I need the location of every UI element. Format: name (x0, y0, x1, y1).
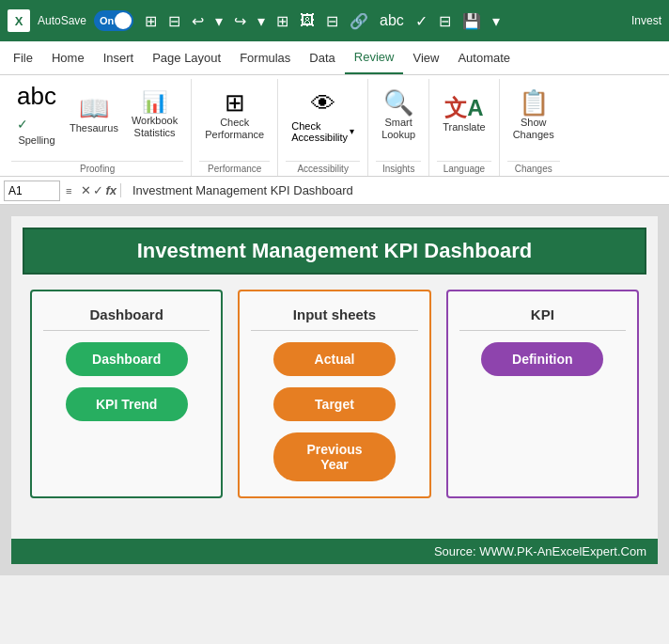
checkmark-icon[interactable]: ✓ (412, 10, 431, 32)
menu-page-layout[interactable]: Page Layout (143, 41, 230, 74)
smart-lookup-label: SmartLookup (381, 117, 415, 141)
check-performance-button[interactable]: ⊞ CheckPerformance (199, 83, 270, 149)
panels-container: Dashboard Dashboard KPI Trend Input shee… (23, 290, 646, 498)
insights-items: 🔍 SmartLookup (376, 83, 421, 161)
show-changes-icon: 📋 (519, 90, 549, 115)
ribbon-group-accessibility: 👁 CheckAccessibility ▾ Accessibility (278, 79, 368, 176)
proofing-group-label: Proofing (11, 161, 183, 174)
workbook-stats-label: WorkbookStatistics (132, 115, 178, 139)
proofing-items: abc✓ Spelling 📖 Thesaurus 📊 WorkbookStat… (11, 83, 183, 161)
language-group-label: Language (437, 161, 490, 174)
translate-icon: 文A (444, 97, 483, 119)
accessibility-dropdown-arrow[interactable]: ▾ (350, 126, 354, 136)
menu-automate[interactable]: Automate (448, 41, 520, 74)
source-text: Source: WWW.PK-AnExcelExpert.Com (434, 544, 646, 558)
spelling-button[interactable]: abc✓ Spelling (11, 83, 62, 149)
dashboard-button[interactable]: Dashboard (66, 342, 188, 376)
accessibility-items: 👁 CheckAccessibility ▾ (286, 83, 360, 161)
show-changes-label: ShowChanges (513, 117, 554, 141)
spelling-label: Spelling (18, 134, 54, 147)
autosave-label: AutoSave (38, 14, 86, 27)
spreadsheet-body: Investment Management KPI Dashboard Dash… (0, 205, 669, 575)
excel-logo: X (8, 9, 30, 32)
ribbon-group-language: 文A Translate Language (429, 79, 499, 176)
undo-button[interactable]: ↩ (188, 10, 208, 32)
thesaurus-label: Thesaurus (70, 122, 118, 134)
workbook-stats-icon: 📊 (142, 92, 167, 113)
toggle-knob (115, 12, 132, 29)
cancel-formula-icon[interactable]: ✕ (81, 183, 91, 197)
workbook-stats-button[interactable]: 📊 WorkbookStatistics (126, 83, 183, 149)
autosave-toggle[interactable]: On (94, 10, 133, 31)
formula-bar: A1 ≡ ✕ ✓ fx Investment Management KPI Da… (0, 177, 669, 205)
menu-view[interactable]: View (403, 41, 448, 74)
columns-icon[interactable]: ⊟ (435, 10, 455, 32)
ribbon-group-proofing: abc✓ Spelling 📖 Thesaurus 📊 WorkbookStat… (4, 79, 192, 176)
picture-icon[interactable]: 🖼 (296, 10, 319, 31)
check-performance-icon: ⊞ (225, 90, 245, 115)
spelling-icon: abc✓ (17, 84, 56, 133)
smart-lookup-button[interactable]: 🔍 SmartLookup (376, 83, 421, 149)
confirm-formula-icon[interactable]: ✓ (93, 183, 103, 197)
menu-formulas[interactable]: Formulas (230, 41, 300, 74)
more-icon[interactable]: ▾ (489, 10, 504, 32)
menu-insert[interactable]: Insert (94, 41, 144, 74)
dashboard-panel: Dashboard Dashboard KPI Trend (30, 290, 223, 498)
kpi-panel-title: KPI (459, 306, 626, 331)
thesaurus-icon: 📖 (79, 96, 109, 120)
check-performance-label: CheckPerformance (205, 117, 264, 141)
input-sheets-panel: Input sheets Actual Target Previous Year (238, 290, 430, 498)
target-button[interactable]: Target (273, 387, 396, 421)
cell-options-icon[interactable]: ≡ (64, 185, 73, 196)
menu-home[interactable]: Home (42, 41, 94, 74)
grid-icon[interactable]: ⊞ (141, 10, 161, 32)
title-bar-title: Invest (631, 14, 661, 27)
ribbon-group-performance: ⊞ CheckPerformance Performance (192, 79, 278, 176)
inner-content: Investment Management KPI Dashboard Dash… (11, 216, 658, 564)
performance-items: ⊞ CheckPerformance (199, 83, 270, 161)
kpi-trend-button[interactable]: KPI Trend (66, 387, 188, 421)
redo-button[interactable]: ↪ (230, 10, 250, 32)
dashboard-title: Investment Management KPI Dashboard (137, 239, 533, 262)
menu-review[interactable]: Review (345, 41, 404, 74)
dashboard-panel-title: Dashboard (43, 306, 210, 331)
show-changes-button[interactable]: 📋 ShowChanges (507, 83, 560, 149)
changes-group-label: Changes (507, 161, 560, 174)
actual-button[interactable]: Actual (273, 342, 396, 376)
input-sheets-panel-title: Input sheets (251, 306, 417, 331)
insights-group-label: Insights (376, 161, 421, 174)
formula-function-icons: ✕ ✓ fx (77, 183, 121, 197)
insert-function-icon[interactable]: fx (105, 183, 117, 197)
thesaurus-button[interactable]: 📖 Thesaurus (64, 83, 124, 149)
changes-items: 📋 ShowChanges (507, 83, 560, 161)
source-bar: Source: WWW.PK-AnExcelExpert.Com (11, 539, 658, 564)
toolbar-icons: ⊞ ⊟ ↩ ▾ ↪ ▾ ⊞ 🖼 ⊟ 🔗 abc ✓ ⊟ 💾 ▾ (141, 10, 504, 32)
smart-lookup-icon: 🔍 (383, 90, 413, 115)
chain-icon[interactable]: 🔗 (346, 10, 372, 32)
check-accessibility-button[interactable]: 👁 CheckAccessibility ▾ (286, 83, 360, 149)
check-accessibility-icon: 👁 (311, 89, 335, 118)
previous-year-button[interactable]: Previous Year (273, 432, 396, 481)
ribbon-group-insights: 🔍 SmartLookup Insights (368, 79, 429, 176)
language-items: 文A Translate (437, 83, 490, 161)
cell-reference-box[interactable]: A1 (4, 181, 60, 201)
menu-data[interactable]: Data (300, 41, 344, 74)
filter-icon[interactable]: ⊟ (322, 10, 342, 32)
translate-label: Translate (443, 121, 485, 134)
undo-dropdown[interactable]: ▾ (211, 10, 226, 32)
ribbon: abc✓ Spelling 📖 Thesaurus 📊 WorkbookStat… (0, 75, 669, 177)
pages-icon[interactable]: ⊟ (164, 10, 184, 32)
ribbon-group-changes: 📋 ShowChanges Changes (500, 79, 568, 176)
formula-content: Investment Management KPI Dashboard (125, 183, 665, 197)
translate-button[interactable]: 文A Translate (437, 83, 490, 149)
table-icon[interactable]: ⊞ (272, 10, 292, 32)
menu-file[interactable]: File (4, 41, 42, 74)
spellcheck-icon[interactable]: abc (376, 10, 408, 31)
title-bar: X AutoSave On ⊞ ⊟ ↩ ▾ ↪ ▾ ⊞ 🖼 ⊟ 🔗 abc ✓ … (0, 0, 669, 41)
toggle-on-text: On (100, 15, 114, 26)
accessibility-group-label: Accessibility (286, 161, 360, 174)
dashboard-title-bar: Investment Management KPI Dashboard (23, 228, 646, 275)
definition-button[interactable]: Definition (481, 342, 603, 376)
redo-dropdown[interactable]: ▾ (254, 10, 269, 32)
save-icon[interactable]: 💾 (459, 10, 485, 32)
